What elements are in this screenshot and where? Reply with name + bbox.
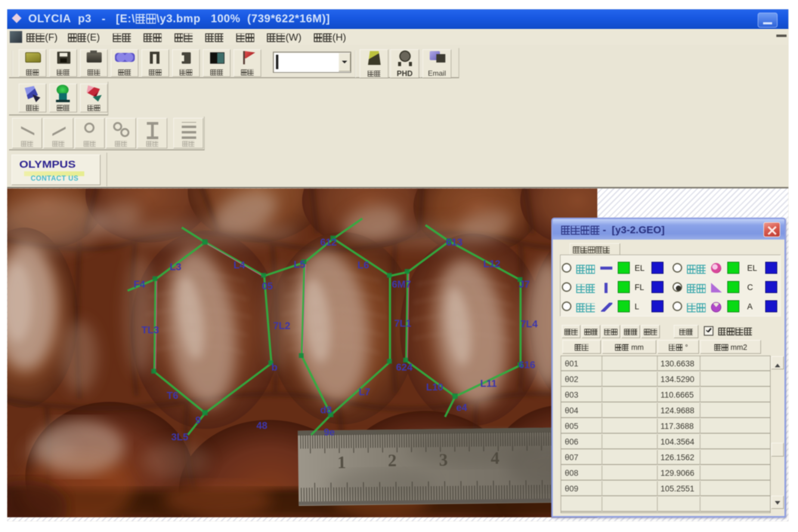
svg-text:48: 48 xyxy=(256,420,268,431)
svg-text:6M7: 6M7 xyxy=(392,279,411,290)
svg-text:F4: F4 xyxy=(133,279,145,290)
svg-text:2: 2 xyxy=(388,451,397,470)
svg-text:7L2: 7L2 xyxy=(273,320,290,331)
svg-text:d8: d8 xyxy=(320,404,332,415)
svg-text:9: 9 xyxy=(195,415,201,425)
svg-text:TL3: TL3 xyxy=(141,324,159,336)
svg-text:L10: L10 xyxy=(426,381,443,393)
svg-text:613: 613 xyxy=(446,236,463,248)
svg-text:L12: L12 xyxy=(483,258,501,269)
svg-text:1: 1 xyxy=(337,452,346,472)
svg-text:e4: e4 xyxy=(456,402,467,413)
svg-text:L11: L11 xyxy=(480,378,497,389)
svg-text:L7: L7 xyxy=(359,386,370,397)
svg-text:L5: L5 xyxy=(294,259,305,270)
svg-text:612: 612 xyxy=(320,236,337,248)
svg-text:L3: L3 xyxy=(170,261,181,272)
svg-text:7L1: 7L1 xyxy=(394,318,411,329)
svg-text:4: 4 xyxy=(490,448,500,468)
svg-text:T6: T6 xyxy=(167,390,178,401)
svg-text:624: 624 xyxy=(396,362,413,373)
svg-text:J7: J7 xyxy=(519,279,530,290)
svg-text:7L4: 7L4 xyxy=(521,318,538,329)
svg-text:05: 05 xyxy=(262,281,273,291)
svg-text:9e: 9e xyxy=(324,426,335,438)
svg-text:616: 616 xyxy=(519,359,535,370)
svg-text:L6: L6 xyxy=(358,260,369,270)
svg-text:L4: L4 xyxy=(234,260,245,270)
svg-text:3: 3 xyxy=(439,450,448,470)
svg-text:3L5: 3L5 xyxy=(171,431,188,442)
svg-text:b: b xyxy=(271,362,277,373)
